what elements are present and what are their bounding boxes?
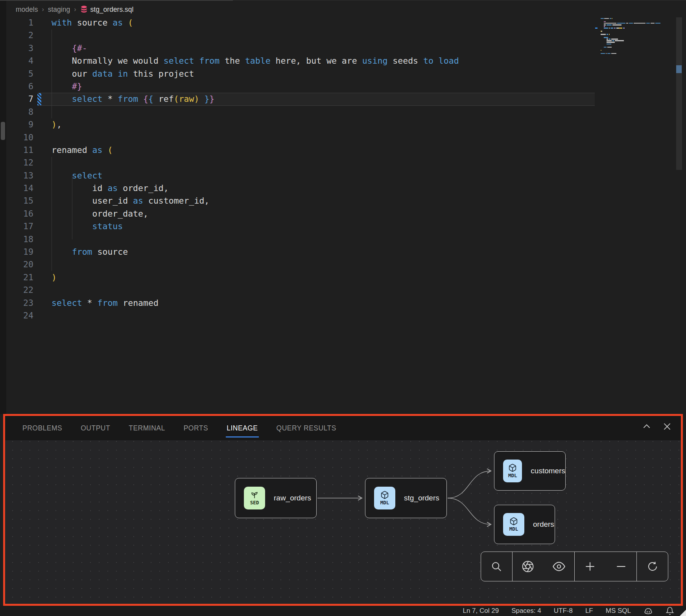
breadcrumb: models › staging › stg_orders.sql xyxy=(16,3,133,16)
minimap-line xyxy=(601,34,675,35)
lineage-toolbar xyxy=(481,552,668,581)
code-line: 13 select xyxy=(6,169,595,182)
lineage-canvas[interactable]: SEDraw_ordersMDLstg_ordersMDLcustomersMD… xyxy=(5,440,681,604)
minus-button[interactable] xyxy=(612,557,631,576)
panel-tab-bar: PROBLEMSOUTPUTTERMINALPORTSLINEAGEQUERY … xyxy=(5,416,681,440)
gutter-gap xyxy=(33,246,52,258)
breadcrumb-item-models[interactable]: models xyxy=(16,6,38,14)
refresh-button[interactable] xyxy=(643,557,662,576)
code-line: 2 xyxy=(6,29,595,42)
gutter-gap xyxy=(33,271,52,284)
gutter-gap xyxy=(33,68,52,80)
badge-label: SED xyxy=(250,500,259,506)
eye-button[interactable] xyxy=(550,557,568,576)
tab-query-results[interactable]: QUERY RESULTS xyxy=(277,424,336,432)
minimap-line xyxy=(601,21,675,22)
status-ms-sql[interactable]: MS SQL xyxy=(606,607,631,615)
tab-problems[interactable]: PROBLEMS xyxy=(22,424,62,432)
lineage-node-orders[interactable]: MDLorders xyxy=(494,505,555,544)
minimap-line xyxy=(601,42,675,42)
search-icon xyxy=(491,561,502,572)
breadcrumb-file[interactable]: stg_orders.sql xyxy=(80,6,134,14)
minimap-line xyxy=(601,26,675,27)
gutter-gap xyxy=(33,208,52,220)
gutter-gap xyxy=(33,258,52,271)
minimap-line xyxy=(601,24,675,25)
plus-button[interactable] xyxy=(581,557,599,576)
gutter-gap xyxy=(33,42,52,55)
gutter-gap xyxy=(33,131,52,144)
scrollbar[interactable] xyxy=(676,17,682,170)
line-number: 6 xyxy=(6,80,33,93)
line-number: 2 xyxy=(6,29,33,42)
code-editor[interactable]: 1with source as (23 {#-4 Normally we wou… xyxy=(6,17,595,322)
tab-ports[interactable]: PORTS xyxy=(184,424,208,432)
code-text: select xyxy=(52,169,102,182)
code-line: 1with source as ( xyxy=(6,17,595,29)
node-label: raw_orders xyxy=(274,494,311,502)
line-number: 17 xyxy=(6,220,33,233)
code-line: 23select * from renamed xyxy=(6,297,595,309)
tab-terminal[interactable]: TERMINAL xyxy=(129,424,165,432)
panel-actions xyxy=(642,421,672,432)
search-button[interactable] xyxy=(487,557,506,576)
bell-icon[interactable] xyxy=(666,607,674,615)
gutter-gap xyxy=(33,29,52,42)
code-line: 8 xyxy=(6,106,595,118)
code-line: 12 xyxy=(6,156,595,169)
code-text: Normally we would select from the table … xyxy=(52,55,459,67)
minimap-line xyxy=(601,20,675,20)
status-ln-7-col-29[interactable]: Ln 7, Col 29 xyxy=(463,607,499,615)
line-number: 5 xyxy=(6,68,33,80)
chevron-up-icon[interactable] xyxy=(642,421,652,432)
activity-strip-handle[interactable] xyxy=(1,122,5,140)
code-line: 7 select * from {{ ref(raw) }} xyxy=(6,93,595,105)
code-text: with source as ( xyxy=(52,17,133,29)
lineage-node-customers[interactable]: MDLcustomers xyxy=(494,451,566,491)
line-number: 19 xyxy=(6,246,33,258)
code-text: id as order_id, xyxy=(52,182,169,195)
code-line: 21) xyxy=(6,271,595,284)
code-line: 14 id as order_id, xyxy=(6,182,595,195)
minimap-line xyxy=(601,37,675,38)
line-number: 11 xyxy=(6,144,33,156)
gutter-gap xyxy=(33,55,52,67)
gutter-gap xyxy=(33,80,52,93)
minimap[interactable] xyxy=(601,18,675,56)
code-text: status xyxy=(52,220,123,233)
copilot-icon[interactable] xyxy=(644,607,653,615)
lineage-node-raw_orders[interactable]: SEDraw_orders xyxy=(235,478,317,518)
toolbar-group xyxy=(512,552,574,581)
code-text: ) xyxy=(52,271,57,284)
status-spaces-4[interactable]: Spaces: 4 xyxy=(511,607,541,615)
cube-badge: MDL xyxy=(374,487,395,509)
code-line: 16 order_date, xyxy=(6,208,595,220)
line-number: 15 xyxy=(6,195,33,207)
minimap-line xyxy=(601,50,675,51)
tab-lineage[interactable]: LINEAGE xyxy=(227,424,258,432)
tab-output[interactable]: OUTPUT xyxy=(81,424,110,432)
minimap-line xyxy=(601,44,675,44)
gutter-gap xyxy=(33,17,52,29)
bottom-panel-highlighted: PROBLEMSOUTPUTTERMINALPORTSLINEAGEQUERY … xyxy=(3,414,683,606)
minimap-line xyxy=(601,39,675,39)
aperture-icon xyxy=(522,560,534,573)
minus-icon xyxy=(615,560,627,573)
status-utf-8[interactable]: UTF-8 xyxy=(554,607,573,615)
gutter-gap xyxy=(33,182,52,195)
lineage-node-stg_orders[interactable]: MDLstg_orders xyxy=(365,478,447,518)
line-number: 24 xyxy=(6,309,33,322)
resize-grip xyxy=(680,610,686,616)
close-icon[interactable] xyxy=(662,421,672,432)
status-lf[interactable]: LF xyxy=(585,607,593,615)
gutter-gap xyxy=(33,106,52,118)
gutter-gap xyxy=(33,284,52,296)
refresh-icon xyxy=(647,561,658,572)
line-number: 18 xyxy=(6,233,33,246)
code-line: 17 status xyxy=(6,220,595,233)
breadcrumb-item-staging[interactable]: staging xyxy=(48,6,70,14)
code-text: order_date, xyxy=(52,208,148,220)
code-text: select * from renamed xyxy=(52,297,159,309)
badge-label: MDL xyxy=(380,500,389,506)
aperture-button[interactable] xyxy=(518,557,537,576)
